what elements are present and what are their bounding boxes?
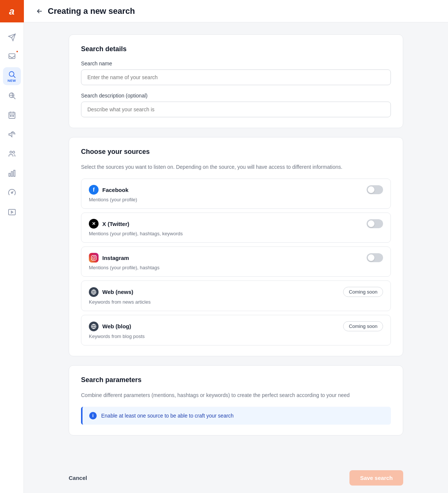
search-name-label: Search name	[81, 61, 391, 66]
sidebar-item-new-search[interactable]: NEW	[3, 67, 21, 85]
search-details-card: Search details Search name Search descri…	[69, 34, 403, 128]
facebook-toggle[interactable]	[367, 185, 383, 194]
search-name-group: Search name	[81, 61, 391, 85]
source-row-instagram: Instagram Mentions (your profile), hasht…	[81, 246, 391, 277]
facebook-icon: f	[89, 185, 99, 195]
search-parameters-subtitle: Combine different parameters (mentions, …	[81, 391, 391, 399]
source-header-web-news: Web (news) Coming soon	[89, 287, 383, 297]
web-news-name: Web (news)	[102, 289, 133, 295]
svg-rect-17	[13, 170, 15, 177]
search-description-input[interactable]	[81, 102, 391, 117]
svg-rect-12	[12, 115, 13, 117]
facebook-desc: Mentions (your profile)	[89, 197, 383, 202]
svg-line-6	[13, 97, 15, 99]
source-name-group-facebook: f Facebook	[89, 185, 128, 195]
sidebar: a NEW	[0, 0, 24, 493]
sidebar-nav: NEW	[0, 22, 24, 221]
web-blog-name: Web (blog)	[102, 323, 131, 329]
source-header-facebook: f Facebook	[89, 185, 383, 195]
search-name-input[interactable]	[81, 69, 391, 85]
instagram-desc: Mentions (your profile), hashtags	[89, 265, 383, 270]
sidebar-item-gauge[interactable]	[3, 184, 21, 202]
info-banner-text: Enable at least one source to be able to…	[101, 413, 234, 419]
source-name-group-web-news: Web (news)	[89, 287, 133, 297]
svg-point-13	[10, 151, 12, 154]
source-name-group-web-blog: Web (blog)	[89, 322, 131, 331]
main-content: Creating a new search Search details Sea…	[24, 0, 448, 493]
source-row-facebook: f Facebook Mentions (your profile)	[81, 179, 391, 209]
source-row-web-blog: Web (blog) Coming soon Keywords from blo…	[81, 315, 391, 345]
web-news-coming-soon: Coming soon	[343, 287, 383, 297]
search-parameters-card: Search parameters Combine different para…	[69, 365, 403, 435]
source-row-web-news: Web (news) Coming soon Keywords from new…	[81, 280, 391, 311]
svg-marker-21	[11, 211, 13, 213]
search-parameters-title: Search parameters	[81, 376, 391, 384]
page-content: Search details Search name Search descri…	[24, 22, 448, 463]
source-row-twitter: ✕ X (Twitter) Mentions (your profile), h…	[81, 213, 391, 243]
sidebar-item-megaphone[interactable]	[3, 125, 21, 143]
cancel-button[interactable]: Cancel	[69, 471, 87, 485]
search-description-label: Search description (optional)	[81, 93, 391, 99]
search-description-group: Search description (optional)	[81, 93, 391, 117]
page-header: Creating a new search	[24, 0, 448, 22]
web-news-desc: Keywords from news articles	[89, 299, 383, 305]
web-blog-desc: Keywords from blog posts	[89, 334, 383, 339]
svg-point-24	[93, 257, 95, 259]
svg-point-14	[12, 151, 15, 154]
back-button[interactable]	[36, 7, 43, 15]
inbox-badge	[16, 50, 19, 53]
instagram-name: Instagram	[102, 255, 129, 261]
source-header-twitter: ✕ X (Twitter)	[89, 219, 383, 229]
sidebar-item-chart[interactable]	[3, 164, 21, 182]
web-news-icon	[89, 287, 99, 297]
source-header-instagram: Instagram	[89, 253, 383, 263]
twitter-toggle[interactable]	[367, 219, 383, 228]
save-search-button[interactable]: Save search	[349, 470, 403, 486]
choose-sources-title: Choose your sources	[81, 148, 391, 156]
instagram-icon	[89, 253, 99, 263]
svg-rect-16	[11, 171, 13, 176]
facebook-name: Facebook	[102, 187, 128, 193]
svg-rect-20	[8, 210, 15, 215]
app-logo[interactable]: a	[0, 0, 24, 22]
sidebar-item-media[interactable]	[3, 203, 21, 221]
sidebar-item-globe[interactable]	[3, 87, 21, 105]
sources-subtitle: Select the sources you want to listen on…	[81, 163, 391, 171]
twitter-name: X (Twitter)	[102, 221, 129, 227]
source-header-web-blog: Web (blog) Coming soon	[89, 321, 383, 331]
web-blog-coming-soon: Coming soon	[343, 321, 383, 331]
svg-rect-15	[9, 173, 10, 176]
twitter-desc: Mentions (your profile), hashtags, keywo…	[89, 231, 383, 236]
sidebar-item-inbox[interactable]	[3, 48, 21, 66]
source-name-group-twitter: ✕ X (Twitter)	[89, 219, 129, 229]
sidebar-item-calendar[interactable]	[3, 106, 21, 124]
choose-sources-card: Choose your sources Select the sources y…	[69, 137, 403, 356]
svg-point-25	[95, 256, 95, 257]
svg-line-4	[13, 76, 15, 78]
svg-rect-7	[9, 112, 15, 119]
svg-rect-11	[10, 115, 11, 117]
page-title: Creating a new search	[48, 6, 135, 16]
info-icon: i	[89, 412, 97, 419]
sidebar-item-send[interactable]	[3, 28, 21, 46]
info-banner: i Enable at least one source to be able …	[81, 407, 391, 425]
search-details-title: Search details	[81, 45, 391, 53]
source-name-group-instagram: Instagram	[89, 253, 129, 263]
twitter-icon: ✕	[89, 219, 99, 229]
svg-point-3	[9, 71, 14, 76]
web-blog-icon	[89, 322, 99, 331]
instagram-toggle[interactable]	[367, 253, 383, 262]
new-search-label: NEW	[7, 79, 16, 83]
footer-actions: Cancel Save search	[24, 463, 448, 493]
sidebar-item-audience[interactable]	[3, 145, 21, 163]
svg-rect-23	[91, 255, 96, 260]
